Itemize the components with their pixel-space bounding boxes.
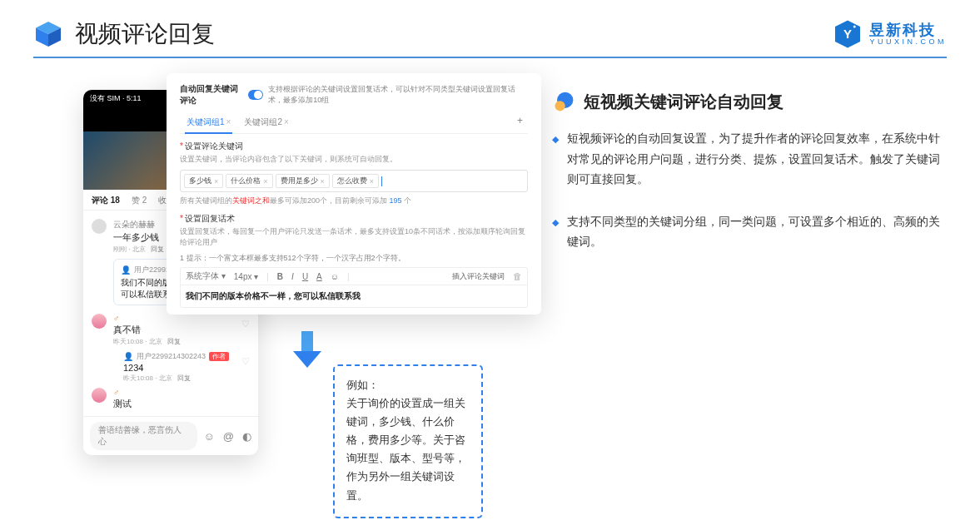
close-icon[interactable]: × xyxy=(284,117,289,126)
section-keywords-title: *设置评论关键词 xyxy=(180,141,528,152)
chip-remove-icon[interactable]: × xyxy=(321,177,325,186)
auto-reply-toggle[interactable] xyxy=(248,90,264,100)
page-header: 视频评论回复 Y 昱新科技 YUUXIN.COM xyxy=(0,0,980,57)
reply-button[interactable]: 回复 xyxy=(167,337,181,346)
keyword-hint: 所有关键词组的关键词之和最多可添加200个，目前剩余可添加 195 个 xyxy=(180,196,528,206)
keyword-group-tabs: 关键词组1× 关键词组2× + xyxy=(180,113,528,134)
example-body: 关于询价的设置成一组关键词，多少钱、什么价格，费用多少等。关于咨询班型、版本、型… xyxy=(346,394,470,505)
settings-head-label: 自动回复关键词评论 xyxy=(180,83,243,106)
keyword-chip[interactable]: 费用是多少× xyxy=(276,174,330,188)
chip-remove-icon[interactable]: × xyxy=(214,177,218,186)
comment-item: ♂ 真不错 昨天10:08 · 北京回复 ♡ xyxy=(83,310,258,348)
keyword-chip[interactable]: 什么价格× xyxy=(226,174,272,188)
user-icon: 👤 xyxy=(123,352,133,361)
gift-icon[interactable]: ◐ xyxy=(242,430,251,443)
company-logo: Y 昱新科技 YUUXIN.COM xyxy=(833,19,947,49)
svg-point-5 xyxy=(853,26,856,28)
avatar xyxy=(92,388,107,403)
size-select[interactable]: 14px ▾ xyxy=(234,272,258,281)
arrow-down-icon xyxy=(290,331,325,368)
keyword-chip[interactable]: 多少钱× xyxy=(184,174,223,188)
section-keywords-desc: 设置关键词，当评论内容包含了以下关键词，则系统可自动回复。 xyxy=(180,154,528,165)
italic-button[interactable]: I xyxy=(291,272,294,281)
illustration-area: 自动回复关键词评论 支持根据评论的关键词设置回复话术，可以针对不同类型关键词设置… xyxy=(67,73,535,274)
add-tab-button[interactable]: + xyxy=(512,113,528,133)
chip-remove-icon[interactable]: × xyxy=(263,177,267,186)
at-icon[interactable]: @ xyxy=(223,430,234,443)
svg-marker-7 xyxy=(293,351,321,368)
heart-icon[interactable]: ♡ xyxy=(241,356,250,367)
bullet-item: 支持不同类型的关键词分组，同一类问题，可设置多个相近的、高频的关键词。 xyxy=(552,211,947,252)
example-title: 例如： xyxy=(346,376,470,394)
font-select[interactable]: 系统字体 ▾ xyxy=(186,270,226,282)
logo-text-en: YUUXIN.COM xyxy=(869,37,947,46)
bullet-list: 短视频评论的自动回复设置，为了提升作者的评论回复效率，在系统中针对常见的评论用户… xyxy=(552,128,947,252)
tab-likes[interactable]: 赞 2 xyxy=(132,195,147,206)
phone-status-left: 没有 SIM · 5:11 xyxy=(90,93,142,104)
settings-head-desc: 支持根据评论的关键词设置回复话术，可以针对不同类型关键词设置回复话术，最多添加1… xyxy=(268,84,528,106)
emoji-button[interactable]: ☺ xyxy=(331,272,339,281)
bold-button[interactable]: B xyxy=(277,272,283,281)
keyword-tab-1[interactable]: 关键词组1× xyxy=(180,113,237,133)
editor-body[interactable]: 我们不同的版本价格不一样，您可以私信联系我 xyxy=(180,285,528,308)
avatar xyxy=(92,219,107,234)
reply-tip: 1 提示：一个富文本框最多支持512个字符，一个汉字占用2个字符。 xyxy=(180,253,528,264)
chip-remove-icon[interactable]: × xyxy=(370,177,374,186)
section-reply-desc: 设置回复话术，每回复一个用户评论只发送一条话术，最多支持设置10条不同话术，按添… xyxy=(180,226,528,248)
comment-item: ♂ 测试 xyxy=(83,384,258,413)
keyword-chip[interactable]: 怎么收费× xyxy=(332,174,379,188)
svg-point-9 xyxy=(555,101,565,111)
cube-icon xyxy=(33,19,63,49)
svg-text:Y: Y xyxy=(843,27,852,41)
emoji-icon[interactable]: ☺ xyxy=(204,430,215,443)
keyword-tab-2[interactable]: 关键词组2× xyxy=(237,113,295,133)
section-reply-title: *设置回复话术 xyxy=(180,213,528,225)
tab-comments[interactable]: 评论 18 xyxy=(92,195,120,206)
logo-text-cn: 昱新科技 xyxy=(869,22,947,37)
comment-input-bar: 善语结善缘，恶言伤人心 ☺ @ ◐ xyxy=(83,416,258,455)
page-title: 视频评论回复 xyxy=(75,18,215,50)
color-button[interactable]: A xyxy=(316,272,322,281)
section-title: 短视频关键词评论自动回复 xyxy=(584,91,784,113)
delete-button[interactable]: 🗑 xyxy=(513,271,522,281)
example-box: 例如： 关于询价的设置成一组关键词，多少钱、什么价格，费用多少等。关于咨询班型、… xyxy=(333,364,483,518)
description-area: 短视频关键词评论自动回复 短视频评论的自动回复设置，为了提升作者的评论回复效率，… xyxy=(535,73,947,274)
heart-icon[interactable]: ♡ xyxy=(241,319,250,329)
reply-button[interactable]: 回复 xyxy=(177,374,191,383)
logo-icon: Y xyxy=(833,19,863,49)
comment-item: 👤 用户2299214302243 作者 1234 昨天10:08 · 北京回复… xyxy=(83,348,258,384)
author-badge: 作者 xyxy=(209,352,229,361)
bullet-item: 短视频评论的自动回复设置，为了提升作者的评论回复效率，在系统中针对常见的评论用户… xyxy=(552,128,947,190)
chat-bubble-icon xyxy=(552,90,575,113)
settings-panel: 自动回复关键词评论 支持根据评论的关键词设置回复话术，可以针对不同类型关键词设置… xyxy=(167,73,541,315)
svg-rect-6 xyxy=(301,331,313,351)
keyword-input[interactable]: 多少钱× 什么价格× 费用是多少× 怎么收费× xyxy=(180,170,528,192)
close-icon[interactable]: × xyxy=(226,117,231,126)
comment-input[interactable]: 善语结善缘，恶言伤人心 xyxy=(90,422,197,450)
underline-button[interactable]: U xyxy=(302,272,308,281)
text-cursor xyxy=(381,176,382,186)
header-divider xyxy=(33,57,947,58)
user-icon: 👤 xyxy=(121,265,131,275)
insert-keyword-button[interactable]: 插入评论关键词 xyxy=(452,271,505,282)
reply-button[interactable]: 回复 xyxy=(151,245,164,254)
editor-toolbar: 系统字体 ▾ 14px ▾ | B I U A ☺ | 插入评论关键词 🗑 xyxy=(180,267,528,285)
avatar xyxy=(92,314,107,329)
